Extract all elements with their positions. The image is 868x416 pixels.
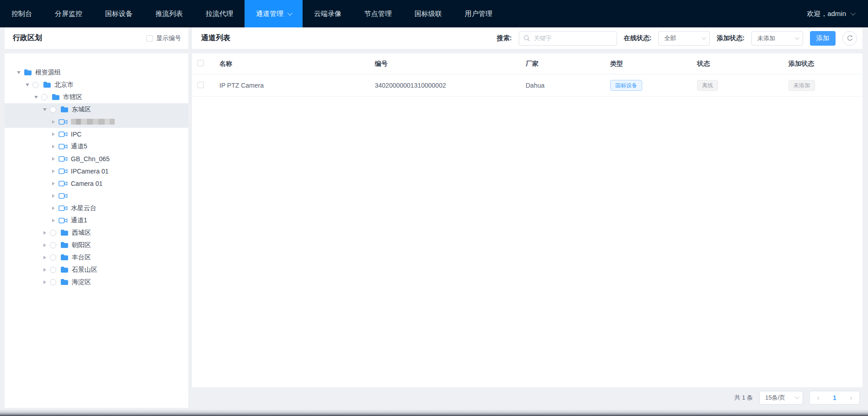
online-status-select[interactable]: 全部	[658, 31, 710, 46]
expand-caret-icon[interactable]	[43, 268, 46, 272]
collapse-caret-icon[interactable]	[26, 84, 29, 86]
column-header: 编号	[375, 60, 526, 68]
nav-item-label: 国标设备	[105, 0, 133, 27]
channel-toolbar: 搜索: 在线状态: 全部 添加状态: 未添加 添加	[497, 31, 857, 46]
tree-node[interactable]: 水星云台	[5, 202, 188, 214]
expand-caret-icon[interactable]	[52, 219, 55, 222]
collapse-caret-icon[interactable]	[17, 71, 21, 74]
tree-node[interactable]: 西城区	[5, 226, 188, 239]
expand-caret-icon[interactable]	[52, 206, 55, 210]
add-status-badge: 未添加	[788, 80, 815, 91]
table-row[interactable]: IP PTZ Camera34020000001310000002Dahua国标…	[192, 74, 863, 97]
collapse-caret-icon[interactable]	[34, 96, 38, 99]
tree-node[interactable]: 北京市	[5, 79, 188, 91]
refresh-button[interactable]	[842, 31, 857, 46]
show-number-toggle[interactable]: 显示编号	[146, 34, 181, 42]
region-tree: 根资源组北京市市辖区东城区IPC通道5GB_Chn_065IPCamera 01…	[5, 53, 188, 408]
expand-caret-icon[interactable]	[52, 169, 55, 173]
search-box	[519, 31, 617, 46]
nav-item-3[interactable]: 国标设备	[94, 0, 144, 27]
tree-node[interactable]: 海淀区	[5, 276, 188, 288]
nav-item-label: 用户管理	[465, 0, 492, 27]
nav-item-7[interactable]: 云端录像	[303, 0, 353, 27]
node-radio[interactable]	[50, 242, 56, 248]
expand-caret-icon[interactable]	[52, 157, 55, 161]
folder-icon	[60, 229, 69, 236]
user-menu[interactable]: 欢迎，admin	[807, 0, 868, 27]
search-input[interactable]	[519, 31, 617, 46]
node-radio[interactable]	[50, 279, 56, 285]
tree-node[interactable]: 东城区	[5, 103, 188, 116]
type-badge: 国标设备	[610, 80, 642, 91]
next-page-button[interactable]: ›	[843, 395, 859, 401]
table-header: 名称编号厂家类型状态添加状态	[192, 53, 863, 74]
nav-item-label: 控制台	[11, 0, 32, 27]
table-body: IP PTZ Camera34020000001310000002Dahua国标…	[192, 74, 863, 97]
channel-table: 名称编号厂家类型状态添加状态 IP PTZ Camera340200000013…	[192, 53, 863, 387]
region-panel-header: 行政区划 显示编号	[5, 27, 188, 49]
tree-node[interactable]: IPC	[5, 128, 188, 140]
node-radio[interactable]	[50, 106, 56, 113]
page-size-select[interactable]: 15条/页	[759, 391, 803, 405]
nav-item-5[interactable]: 拉流代理	[194, 0, 245, 27]
current-page[interactable]: 1	[826, 394, 843, 401]
node-radio[interactable]	[50, 267, 56, 273]
folder-icon	[52, 94, 60, 100]
nav-item-9[interactable]: 国标级联	[403, 0, 453, 27]
nav-item-8[interactable]: 节点管理	[353, 0, 403, 27]
channel-panel-header: 通道列表 搜索: 在线状态: 全部 添加状态: 未添加 添加	[192, 27, 863, 49]
tree-node[interactable]: 通道1	[5, 214, 188, 226]
add-button[interactable]: 添加	[810, 31, 836, 46]
expand-caret-icon[interactable]	[52, 194, 55, 198]
tree-node[interactable]: 通道5	[5, 140, 188, 153]
nav-item-4[interactable]: 推流列表	[144, 0, 194, 27]
camera-icon	[59, 180, 68, 187]
node-radio[interactable]	[50, 254, 56, 261]
nav-item-6[interactable]: 通道管理	[245, 0, 303, 27]
prev-page-button[interactable]: ‹	[810, 395, 826, 401]
expand-caret-icon[interactable]	[52, 145, 55, 148]
nav-item-label: 节点管理	[364, 0, 392, 27]
expand-caret-icon[interactable]	[52, 120, 55, 124]
node-radio[interactable]	[50, 230, 56, 236]
tree-node[interactable]: 根资源组	[5, 66, 188, 79]
column-header: 名称	[219, 60, 375, 68]
tree-node-label: IPCamera 01	[71, 168, 108, 175]
tree-node[interactable]: 朝阳区	[5, 239, 188, 251]
tree-node[interactable]: GB_Chn_065	[5, 153, 188, 165]
expand-caret-icon[interactable]	[43, 231, 46, 235]
pagination-bar: 共 1 条 15条/页 ‹ 1 ›	[192, 387, 863, 408]
nav-item-label: 通道管理	[256, 0, 283, 27]
select-all-checkbox[interactable]	[197, 60, 204, 66]
expand-caret-icon[interactable]	[52, 132, 55, 136]
status-badge-cell: 离线	[697, 80, 788, 91]
expand-caret-icon[interactable]	[43, 280, 46, 284]
tree-node[interactable]: Camera 01	[5, 177, 188, 190]
tree-node[interactable]	[5, 190, 188, 202]
tree-node[interactable]	[5, 116, 188, 128]
expand-caret-icon[interactable]	[43, 256, 46, 259]
bottom-edge	[0, 409, 868, 416]
expand-caret-icon[interactable]	[43, 243, 46, 247]
node-radio[interactable]	[41, 94, 48, 100]
tree-node[interactable]: 丰台区	[5, 251, 188, 263]
status-badge: 离线	[697, 80, 718, 91]
tree-node-label: 通道1	[71, 216, 87, 225]
row-checkbox[interactable]	[197, 82, 204, 88]
node-radio[interactable]	[32, 82, 39, 88]
nav-item-2[interactable]: 分屏监控	[43, 0, 94, 27]
collapse-caret-icon[interactable]	[43, 108, 47, 111]
select-all-cell	[192, 60, 219, 68]
camera-icon	[59, 131, 68, 137]
expand-caret-icon[interactable]	[52, 182, 55, 185]
camera-icon	[59, 193, 68, 199]
tree-node[interactable]: IPCamera 01	[5, 165, 188, 177]
add-status-select[interactable]: 未添加	[751, 31, 803, 46]
nav-item-label: 国标级联	[415, 0, 442, 27]
tree-node-label: 丰台区	[72, 253, 91, 262]
tree-node[interactable]: 石景山区	[5, 263, 188, 276]
nav-item-10[interactable]: 用户管理	[453, 0, 504, 27]
tree-node[interactable]: 市辖区	[5, 91, 188, 103]
show-number-checkbox[interactable]	[146, 35, 153, 42]
nav-item-1[interactable]: 控制台	[0, 0, 43, 27]
